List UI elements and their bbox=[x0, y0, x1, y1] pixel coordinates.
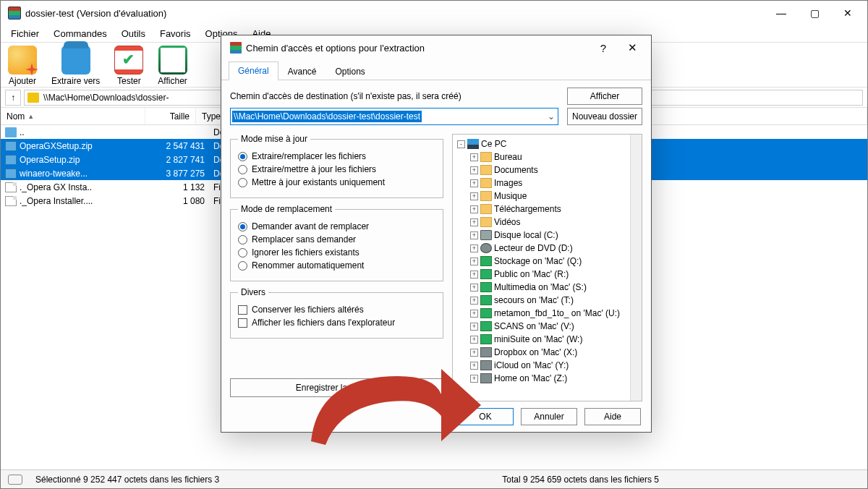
tree-node[interactable]: +Lecteur de DVD (D:) bbox=[454, 242, 629, 255]
net-icon bbox=[480, 282, 492, 292]
test-icon bbox=[114, 46, 143, 75]
expand-icon[interactable]: + bbox=[470, 297, 478, 305]
expand-icon[interactable]: - bbox=[457, 140, 465, 148]
tree-scrollbar[interactable] bbox=[630, 135, 642, 401]
cancel-button[interactable]: Annuler bbox=[521, 408, 577, 425]
tree-node[interactable]: +Téléchargements bbox=[454, 203, 629, 216]
folder-icon bbox=[27, 93, 39, 103]
ok-button[interactable]: OK bbox=[457, 408, 514, 425]
overwrite-option-1[interactable]: Remplacer sans demander bbox=[238, 234, 435, 244]
menu-commandes[interactable]: Commandes bbox=[48, 27, 113, 41]
net-icon bbox=[480, 321, 492, 331]
sort-asc-icon: ▲ bbox=[27, 113, 34, 120]
tool-add[interactable]: Ajouter bbox=[8, 46, 37, 86]
dialog-close-icon[interactable]: ✕ bbox=[618, 38, 647, 58]
overwrite-legend: Mode de remplacement bbox=[238, 204, 335, 214]
expand-icon[interactable]: + bbox=[470, 375, 478, 383]
folder-tree[interactable]: -Ce PC+Bureau+Documents+Images+Musique+T… bbox=[453, 135, 630, 401]
tree-node[interactable]: +Home on 'Mac' (Z:) bbox=[454, 372, 629, 385]
save-config-button[interactable]: Enregistrer la configu bbox=[230, 378, 443, 397]
menu-outils[interactable]: Outils bbox=[116, 27, 151, 41]
expand-icon[interactable]: + bbox=[470, 310, 478, 318]
tree-node[interactable]: +secours on 'Mac' (T:) bbox=[454, 294, 629, 307]
expand-icon[interactable]: + bbox=[470, 192, 478, 200]
expand-icon[interactable]: + bbox=[470, 166, 478, 174]
menu-fichier[interactable]: Fichier bbox=[5, 27, 45, 41]
dest-label: Chemin d'accès de destination (s'il n'ex… bbox=[230, 91, 461, 101]
tree-node[interactable]: +Documents bbox=[454, 163, 629, 177]
tree-node[interactable]: +Dropbox on 'Mac' (X:) bbox=[454, 346, 629, 359]
expand-icon[interactable]: + bbox=[470, 244, 478, 252]
tree-node[interactable]: +SCANS on 'Mac' (V:) bbox=[454, 320, 629, 333]
radio-icon bbox=[238, 222, 247, 231]
dialog-icon bbox=[230, 42, 242, 54]
expand-icon[interactable]: + bbox=[470, 153, 478, 161]
net-icon bbox=[480, 334, 492, 344]
tree-node[interactable]: +Vidéos bbox=[454, 216, 629, 229]
misc-check-1[interactable]: Afficher les fichiers dans l'explorateur bbox=[238, 318, 435, 328]
dialog-tabs: GénéralAvancéOptions bbox=[221, 60, 651, 80]
dialog-titlebar: Chemin d'accès et options pour l'extract… bbox=[221, 35, 651, 60]
expand-icon[interactable]: + bbox=[470, 179, 478, 187]
up-button[interactable]: ↑ bbox=[5, 90, 21, 106]
tree-node[interactable]: +Stockage on 'Mac' (Q:) bbox=[454, 255, 629, 268]
update-option-2[interactable]: Mettre à jour existants uniquement bbox=[238, 177, 435, 187]
tree-node[interactable]: +Multimedia on 'Mac' (S:) bbox=[454, 281, 629, 294]
show-button[interactable]: Afficher bbox=[567, 88, 642, 105]
tool-view[interactable]: Afficher bbox=[158, 46, 187, 86]
tree-node[interactable]: +Public on 'Mac' (R:) bbox=[454, 268, 629, 281]
titlebar: dossier-test (Version d'évaluation) — ▢ … bbox=[1, 1, 867, 25]
tree-node[interactable]: -Ce PC bbox=[454, 137, 629, 150]
radio-icon bbox=[238, 178, 247, 187]
overwrite-option-2[interactable]: Ignorer les fichiers existants bbox=[238, 247, 435, 258]
menu-favoris[interactable]: Favoris bbox=[154, 27, 197, 41]
expand-icon[interactable]: + bbox=[470, 323, 478, 331]
tree-node[interactable]: +metamon_fbd_1to_ on 'Mac' (U:) bbox=[454, 307, 629, 320]
col-nom[interactable]: Nom▲ bbox=[1, 108, 145, 124]
overwrite-option-0[interactable]: Demander avant de remplacer bbox=[238, 221, 435, 231]
dvd-icon bbox=[480, 243, 492, 253]
update-option-1[interactable]: Extraire/mettre à jour les fichiers bbox=[238, 164, 435, 174]
folder-icon bbox=[480, 165, 492, 175]
dest-path-combo[interactable]: \\Mac\Home\Downloads\dossier-test\dossie… bbox=[230, 108, 558, 125]
col-taille[interactable]: Taille bbox=[145, 108, 196, 124]
status-icon bbox=[8, 475, 22, 485]
expand-icon[interactable]: + bbox=[470, 258, 478, 265]
tab-avancé[interactable]: Avancé bbox=[278, 62, 326, 80]
expand-icon[interactable]: + bbox=[470, 218, 478, 226]
close-button[interactable]: ✕ bbox=[831, 2, 864, 24]
tool-test[interactable]: Tester bbox=[114, 46, 143, 86]
expand-icon[interactable]: + bbox=[470, 284, 478, 292]
folder-icon bbox=[5, 127, 17, 137]
update-option-0[interactable]: Extraire/remplacer les fichiers bbox=[238, 151, 435, 161]
dialog-buttons: OK Annuler Aide bbox=[221, 401, 651, 432]
view-icon bbox=[158, 46, 187, 75]
radio-icon bbox=[238, 235, 247, 244]
maximize-button[interactable]: ▢ bbox=[798, 2, 831, 24]
tree-node[interactable]: +Images bbox=[454, 177, 629, 190]
tree-node[interactable]: +Musique bbox=[454, 190, 629, 203]
expand-icon[interactable]: + bbox=[470, 205, 478, 213]
expand-icon[interactable]: + bbox=[470, 271, 478, 278]
update-mode-group: Mode mise à jour Extraire/remplacer les … bbox=[230, 134, 443, 198]
zip-icon bbox=[5, 141, 17, 151]
expand-icon[interactable]: + bbox=[470, 336, 478, 344]
overwrite-option-3[interactable]: Renommer automatiquement bbox=[238, 260, 435, 271]
expand-icon[interactable]: + bbox=[470, 362, 478, 370]
expand-icon[interactable]: + bbox=[470, 231, 478, 239]
net-icon bbox=[480, 308, 492, 318]
help-button[interactable]: Aide bbox=[584, 408, 641, 425]
minimize-button[interactable]: — bbox=[765, 2, 798, 24]
tool-extract[interactable]: Extraire vers bbox=[51, 46, 100, 86]
new-folder-button[interactable]: Nouveau dossier bbox=[567, 108, 642, 125]
tree-node[interactable]: +Bureau bbox=[454, 150, 629, 163]
tree-node[interactable]: +iCloud on 'Mac' (Y:) bbox=[454, 359, 629, 372]
dialog-help-icon[interactable]: ? bbox=[589, 38, 618, 58]
expand-icon[interactable]: + bbox=[470, 349, 478, 357]
folder-icon bbox=[480, 204, 492, 214]
tree-node[interactable]: +miniSuite on 'Mac' (W:) bbox=[454, 333, 629, 346]
tab-options[interactable]: Options bbox=[326, 62, 375, 80]
tree-node[interactable]: +Disque local (C:) bbox=[454, 229, 629, 242]
misc-check-0[interactable]: Conserver les fichiers altérés bbox=[238, 305, 435, 315]
tab-général[interactable]: Général bbox=[229, 61, 278, 80]
